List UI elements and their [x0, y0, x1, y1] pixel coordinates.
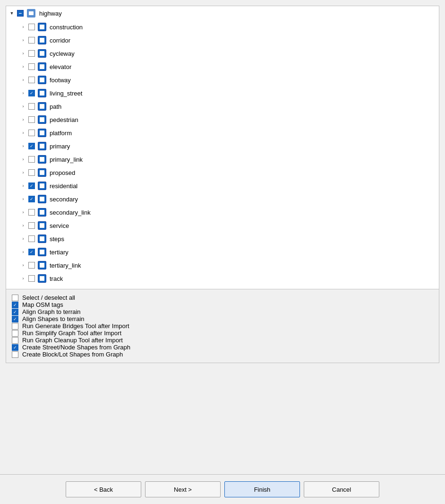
option-row[interactable]: Align Graph to terrain — [12, 308, 433, 315]
tree-item[interactable]: ›proposed — [6, 166, 439, 179]
option-row[interactable]: Align Shapes to terrain — [12, 315, 433, 322]
item-icon-btn[interactable] — [38, 195, 46, 203]
item-icon-btn[interactable] — [38, 23, 46, 31]
item-checkbox[interactable] — [28, 143, 35, 149]
tree-item[interactable]: ›footway — [6, 73, 439, 87]
root-minus-btn[interactable]: − — [17, 10, 24, 17]
expand-arrow[interactable]: › — [19, 182, 27, 190]
item-checkbox[interactable] — [28, 182, 35, 189]
expand-arrow[interactable]: › — [19, 129, 27, 137]
option-checkbox[interactable] — [12, 344, 18, 351]
item-icon-btn[interactable] — [38, 76, 46, 84]
item-icon-btn[interactable] — [38, 155, 46, 164]
item-checkbox[interactable] — [28, 275, 35, 282]
tree-item[interactable]: ›service — [6, 219, 439, 232]
item-checkbox[interactable] — [28, 249, 35, 255]
item-checkbox[interactable] — [28, 50, 35, 57]
item-checkbox[interactable] — [28, 90, 35, 96]
tree-item[interactable]: ›corridor — [6, 34, 439, 47]
expand-arrow[interactable]: › — [19, 142, 27, 150]
option-checkbox[interactable] — [12, 295, 18, 301]
option-row[interactable]: Select / deselect all — [12, 294, 433, 301]
expand-arrow[interactable]: › — [19, 209, 27, 216]
item-icon-btn[interactable] — [38, 248, 46, 256]
item-checkbox[interactable] — [28, 103, 35, 110]
tree-item[interactable]: ›residential — [6, 179, 439, 192]
item-icon-btn[interactable] — [38, 89, 46, 97]
item-icon-btn[interactable] — [38, 36, 46, 44]
tree-item[interactable]: ›pedestrian — [6, 113, 439, 126]
item-icon-btn[interactable] — [38, 142, 46, 150]
item-checkbox[interactable] — [28, 235, 35, 242]
item-icon-btn[interactable] — [38, 129, 46, 137]
item-icon-btn[interactable] — [38, 62, 46, 71]
option-row[interactable]: Create Block/Lot Shapes from Graph — [12, 351, 433, 358]
item-checkbox[interactable] — [28, 169, 35, 176]
tree-item[interactable]: ›primary_link — [6, 153, 439, 166]
expand-arrow[interactable]: › — [19, 103, 27, 110]
item-checkbox[interactable] — [28, 209, 35, 216]
item-icon-btn[interactable] — [38, 49, 46, 58]
item-icon-btn[interactable] — [38, 168, 46, 177]
item-checkbox[interactable] — [28, 130, 35, 136]
item-checkbox[interactable] — [28, 262, 35, 269]
expand-arrow[interactable]: › — [19, 169, 27, 176]
expand-arrow[interactable]: › — [19, 222, 27, 229]
expand-arrow[interactable]: › — [19, 156, 27, 163]
expand-arrow[interactable]: › — [19, 89, 27, 97]
tree-item[interactable]: ›tertiary — [6, 245, 439, 259]
item-icon-btn[interactable] — [38, 102, 46, 111]
expand-arrow[interactable]: › — [19, 248, 27, 256]
option-row[interactable]: Create Street/Node Shapes from Graph — [12, 344, 433, 351]
expand-arrow[interactable]: › — [19, 63, 27, 70]
item-icon-btn[interactable] — [38, 221, 46, 230]
expand-arrow[interactable]: › — [19, 275, 27, 282]
expand-arrow[interactable]: › — [19, 36, 27, 44]
option-row[interactable]: Run Generate Bridges Tool after Import — [12, 322, 433, 330]
item-checkbox[interactable] — [28, 24, 35, 30]
option-checkbox[interactable] — [12, 316, 18, 322]
item-icon-btn[interactable] — [38, 115, 46, 124]
item-checkbox[interactable] — [28, 222, 35, 229]
item-icon-btn[interactable] — [38, 274, 46, 283]
option-checkbox[interactable] — [12, 323, 18, 330]
root-item-highway[interactable]: ▼ − highway — [6, 6, 439, 20]
item-icon-btn[interactable] — [38, 208, 46, 217]
option-row[interactable]: Run Simplify Graph Tool after Import — [12, 330, 433, 337]
expand-arrow[interactable]: › — [19, 235, 27, 243]
item-icon-btn[interactable] — [38, 182, 46, 190]
expand-arrow[interactable]: › — [19, 261, 27, 269]
option-checkbox[interactable] — [12, 309, 18, 315]
tree-item[interactable]: ›secondary — [6, 192, 439, 206]
tree-item[interactable]: ›living_street — [6, 87, 439, 100]
option-row[interactable]: Map OSM tags — [12, 301, 433, 308]
tree-item[interactable]: ›tertiary_link — [6, 259, 439, 272]
expand-arrow[interactable]: › — [19, 116, 27, 123]
tree-item[interactable]: ›elevator — [6, 60, 439, 73]
cancel-button[interactable]: Cancel — [304, 481, 379, 497]
tree-item[interactable]: ›cycleway — [6, 47, 439, 60]
expand-arrow[interactable]: › — [19, 195, 27, 203]
back-button[interactable]: < Back — [66, 481, 141, 497]
expand-arrow[interactable]: › — [19, 76, 27, 84]
item-checkbox[interactable] — [28, 37, 35, 43]
item-checkbox[interactable] — [28, 156, 35, 163]
tree-item[interactable]: ›platform — [6, 126, 439, 139]
tree-item[interactable]: ›path — [6, 100, 439, 113]
tree-item[interactable]: ›secondary_link — [6, 206, 439, 219]
option-checkbox[interactable] — [12, 337, 18, 344]
option-checkbox[interactable] — [12, 351, 18, 358]
root-expand-arrow[interactable]: ▼ — [8, 9, 16, 17]
tree-item[interactable]: ›construction — [6, 20, 439, 34]
item-checkbox[interactable] — [28, 116, 35, 123]
tree-item[interactable]: ›steps — [6, 232, 439, 245]
option-checkbox[interactable] — [12, 302, 18, 308]
next-button[interactable]: Next > — [145, 481, 221, 497]
finish-button[interactable]: Finish — [224, 481, 300, 497]
item-checkbox[interactable] — [28, 63, 35, 70]
item-icon-btn[interactable] — [38, 261, 46, 269]
option-row[interactable]: Run Graph Cleanup Tool after Import — [12, 337, 433, 344]
item-checkbox[interactable] — [28, 196, 35, 202]
item-checkbox[interactable] — [28, 77, 35, 83]
option-checkbox[interactable] — [12, 330, 18, 337]
